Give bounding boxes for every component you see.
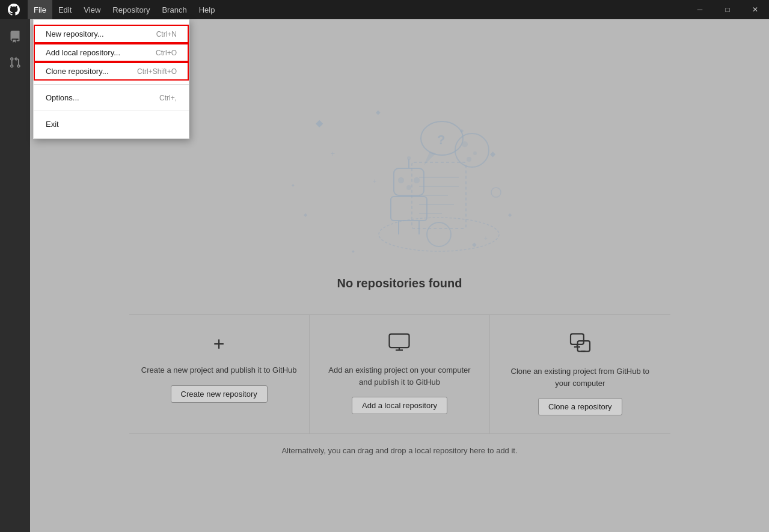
menu-add-local-shortcut: Ctrl+O — [156, 49, 177, 57]
drag-drop-hint: Alternatively, you can drag and drop a l… — [281, 446, 517, 455]
svg-point-13 — [455, 133, 489, 167]
menu-view[interactable]: View — [78, 0, 106, 19]
svg-text:◆: ◆ — [304, 212, 308, 218]
clone-repo-card: Clone an existing project from GitHub to… — [490, 315, 670, 433]
svg-text:◆: ◆ — [490, 150, 496, 158]
menu-new-repository-label: New repository... — [46, 29, 104, 38]
sidebar — [0, 19, 30, 532]
menu-file[interactable]: File — [28, 0, 52, 19]
action-cards: + Create a new project and publish it to… — [129, 314, 670, 434]
menu-exit-label: Exit — [46, 120, 59, 129]
menu-separator-1 — [34, 84, 189, 85]
menu-options-label: Options... — [46, 93, 79, 102]
svg-text:◆: ◆ — [316, 118, 323, 128]
create-repo-icon: + — [213, 333, 225, 355]
no-repos-heading: No repositories found — [337, 277, 462, 290]
menu-options-shortcut: Ctrl+, — [159, 94, 177, 102]
monitor-icon — [388, 333, 410, 355]
menu-clone-label: Clone repository... — [46, 67, 109, 76]
svg-rect-37 — [390, 334, 409, 348]
minimize-button[interactable]: ─ — [686, 0, 714, 19]
menu-help[interactable]: Help — [193, 0, 221, 19]
svg-point-15 — [473, 151, 477, 155]
svg-text:+: + — [331, 150, 335, 158]
svg-point-20 — [414, 177, 420, 183]
title-bar: File Edit View Repository Branch Help ─ … — [0, 0, 769, 19]
svg-point-17 — [491, 188, 501, 197]
menu-clone-shortcut: Ctrl+Shift+O — [137, 67, 177, 76]
clone-repository-button[interactable]: Clone a repository — [538, 398, 622, 415]
svg-point-36 — [427, 222, 451, 246]
add-local-repository-button[interactable]: Add a local repository — [352, 397, 447, 414]
svg-text:◆: ◆ — [472, 241, 477, 248]
menu-bar: File Edit View Repository Branch Help — [28, 0, 221, 19]
close-button[interactable]: ✕ — [741, 0, 769, 19]
svg-point-21 — [406, 185, 411, 190]
svg-point-23 — [407, 156, 411, 160]
add-local-description: Add an existing project on your computer… — [322, 364, 477, 388]
menu-clone-repository[interactable]: Clone repository... Ctrl+Shift+O — [34, 62, 189, 81]
menu-exit[interactable]: Exit — [34, 115, 189, 133]
menu-branch[interactable]: Branch — [156, 0, 192, 19]
svg-rect-18 — [394, 168, 424, 195]
sidebar-repos-icon[interactable] — [4, 25, 26, 48]
create-new-repository-button[interactable]: Create new repository — [171, 385, 268, 403]
svg-text:?: ? — [437, 132, 445, 147]
add-local-repo-card: Add an existing project on your computer… — [310, 315, 490, 433]
sidebar-pull-requests-icon[interactable] — [4, 51, 26, 74]
menu-new-repository-shortcut: Ctrl+N — [156, 30, 177, 38]
github-logo-icon — [0, 0, 28, 19]
svg-point-16 — [467, 157, 471, 162]
file-menu-dropdown: New repository... Ctrl+N Add local repos… — [33, 19, 189, 139]
menu-add-local-repository[interactable]: Add local repository... Ctrl+O — [34, 43, 189, 62]
clone-icon — [569, 333, 591, 356]
menu-options[interactable]: Options... Ctrl+, — [34, 88, 189, 107]
svg-text:+: + — [373, 178, 376, 185]
svg-text:◆: ◆ — [352, 249, 355, 253]
svg-text:◆: ◆ — [292, 183, 295, 187]
menu-new-repository[interactable]: New repository... Ctrl+N — [34, 25, 189, 43]
menu-add-local-label: Add local repository... — [46, 48, 120, 57]
create-repo-card: + Create a new project and publish it to… — [129, 315, 310, 433]
menu-separator-2 — [34, 111, 189, 111]
svg-text:+: + — [484, 235, 488, 242]
svg-text:◆: ◆ — [376, 109, 381, 115]
svg-text:◆: ◆ — [508, 212, 512, 218]
menu-edit[interactable]: Edit — [52, 0, 78, 19]
clone-description: Clone an existing project from GitHub to… — [502, 365, 658, 389]
illustration: ◆ ◆ ◆ ◆ ◆ ◆ ◆ ◆ ◆ + + + + — [280, 96, 520, 264]
create-repo-description: Create a new project and publish it to G… — [141, 364, 297, 376]
svg-rect-24 — [391, 197, 427, 221]
svg-point-19 — [398, 177, 404, 183]
window-controls: ─ □ ✕ — [686, 0, 769, 19]
maximize-button[interactable]: □ — [714, 0, 741, 19]
menu-repository[interactable]: Repository — [106, 0, 156, 19]
